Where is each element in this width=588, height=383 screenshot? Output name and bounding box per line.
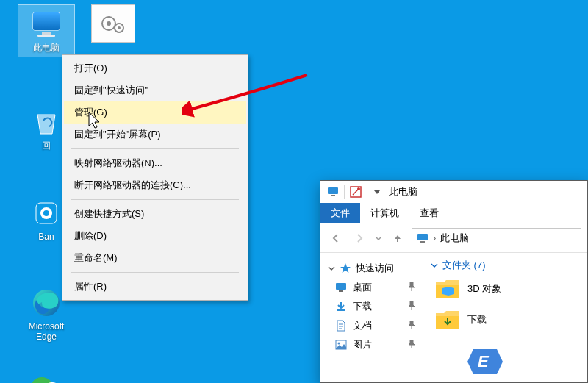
recent-locations-button[interactable]	[373, 229, 384, 248]
ribbon-tabs: 文件 计算机 查看	[320, 203, 587, 223]
nav-label: 快速访问	[356, 262, 394, 275]
folder-downloads[interactable]: 下载	[435, 309, 580, 331]
nav-desktop[interactable]: 桌面	[320, 278, 423, 297]
folder-3d-objects[interactable]: 3D 对象	[435, 278, 580, 300]
svg-rect-2	[42, 32, 51, 35]
back-button[interactable]	[326, 229, 345, 248]
nav-pictures[interactable]: 图片	[320, 335, 423, 354]
content-pane[interactable]: 文件夹 (7) 3D 对象	[423, 253, 587, 382]
folder-icon	[435, 278, 460, 300]
nav-label: 下载	[353, 300, 372, 313]
svg-rect-15	[331, 195, 335, 196]
star-icon	[340, 262, 351, 274]
wechat-icon	[30, 369, 62, 383]
desktop-icon-label: Microsoft Edge	[29, 322, 65, 343]
pin-icon	[408, 321, 415, 332]
desktop-icon-settings[interactable]	[91, 4, 135, 43]
cm-rename[interactable]: 重命名(M)	[64, 247, 246, 269]
desktop-icon-label: 此电脑	[33, 43, 60, 54]
svg-point-12	[32, 377, 52, 383]
address-box[interactable]: › 此电脑	[412, 228, 581, 248]
explorer-window: 此电脑 文件 计算机 查看 › 此电脑	[320, 180, 588, 383]
cm-disconnect-network-drive[interactable]: 断开网络驱动器的连接(C)...	[64, 174, 246, 196]
picture-icon	[335, 339, 347, 351]
svg-point-5	[107, 21, 111, 26]
svg-rect-1	[33, 12, 60, 30]
svg-rect-21	[339, 290, 343, 292]
svg-rect-19	[420, 241, 425, 243]
titlebar[interactable]: 此电脑	[320, 181, 587, 203]
navigation-pane[interactable]: 快速访问 桌面 下载 文档	[320, 253, 423, 382]
window-title: 此电脑	[389, 185, 417, 198]
svg-rect-14	[328, 187, 338, 194]
cm-delete[interactable]: 删除(D)	[64, 225, 246, 247]
pc-icon	[417, 232, 429, 244]
nav-downloads[interactable]: 下载	[320, 297, 423, 316]
desktop[interactable]: 此电脑 回 Ban	[0, 0, 588, 383]
bandicam-icon	[30, 197, 62, 229]
nav-label: 桌面	[353, 281, 372, 294]
up-button[interactable]	[388, 229, 407, 248]
folders-section-header[interactable]: 文件夹 (7)	[431, 259, 580, 272]
tab-view[interactable]: 查看	[409, 203, 449, 223]
pin-icon	[408, 301, 415, 312]
cm-properties[interactable]: 属性(R)	[64, 276, 246, 298]
address-bar: › 此电脑	[320, 223, 587, 253]
download-icon	[335, 301, 347, 312]
gears-icon	[97, 8, 129, 39]
folder-icon	[435, 309, 460, 331]
pin-icon	[408, 340, 415, 351]
recycle-bin-icon	[30, 106, 62, 138]
document-icon	[335, 320, 347, 332]
context-menu: 打开(O) 固定到"快速访问" 管理(G) 固定到"开始"屏幕(P) 映射网络驱…	[62, 54, 248, 301]
svg-point-7	[118, 26, 121, 29]
svg-rect-18	[417, 234, 428, 240]
folder-label: 3D 对象	[467, 282, 501, 296]
forward-button[interactable]	[350, 229, 369, 248]
properties-icon[interactable]	[349, 185, 362, 198]
nav-label: 文档	[353, 319, 372, 332]
folder-label: 下载	[467, 313, 487, 326]
monitor-icon	[30, 8, 62, 40]
cm-pin-start[interactable]: 固定到"开始"屏幕(P)	[64, 124, 246, 146]
separator	[71, 148, 239, 149]
separator	[71, 199, 239, 200]
separator	[71, 272, 239, 273]
desktop-icon-label: Ban	[38, 232, 54, 243]
edge-icon	[30, 287, 62, 319]
tab-file[interactable]: 文件	[320, 203, 360, 223]
chevron-down-icon	[431, 262, 438, 269]
desktop-icon	[335, 282, 347, 293]
desktop-icon-label: 回	[42, 141, 51, 151]
svg-point-10	[43, 210, 49, 216]
svg-rect-3	[37, 35, 55, 37]
desktop-icon-wechat[interactable]	[18, 366, 75, 383]
section-label: 文件夹 (7)	[442, 259, 486, 272]
chevron-right-icon: ›	[433, 232, 436, 243]
nav-documents[interactable]: 文档	[320, 316, 423, 335]
cm-open[interactable]: 打开(O)	[64, 57, 246, 79]
svg-rect-20	[336, 283, 346, 290]
svg-point-17	[357, 187, 360, 190]
svg-rect-22	[337, 309, 345, 311]
nav-label: 图片	[353, 338, 372, 351]
chevron-down-icon[interactable]	[374, 190, 380, 194]
pin-icon	[408, 282, 415, 293]
breadcrumb[interactable]: 此电脑	[440, 232, 469, 245]
pc-icon	[326, 185, 340, 198]
separator	[367, 185, 368, 199]
chevron-down-icon	[328, 265, 335, 272]
nav-quick-access[interactable]: 快速访问	[320, 259, 423, 278]
svg-point-24	[338, 343, 340, 345]
cm-create-shortcut[interactable]: 创建快捷方式(S)	[64, 203, 246, 225]
cm-pin-quick-access[interactable]: 固定到"快速访问"	[64, 79, 246, 101]
desktop-icon-this-pc[interactable]: 此电脑	[18, 4, 75, 57]
cm-map-network-drive[interactable]: 映射网络驱动器(N)...	[64, 152, 246, 174]
separator	[344, 185, 345, 199]
cm-manage[interactable]: 管理(G)	[64, 101, 246, 124]
tab-computer[interactable]: 计算机	[360, 203, 409, 223]
